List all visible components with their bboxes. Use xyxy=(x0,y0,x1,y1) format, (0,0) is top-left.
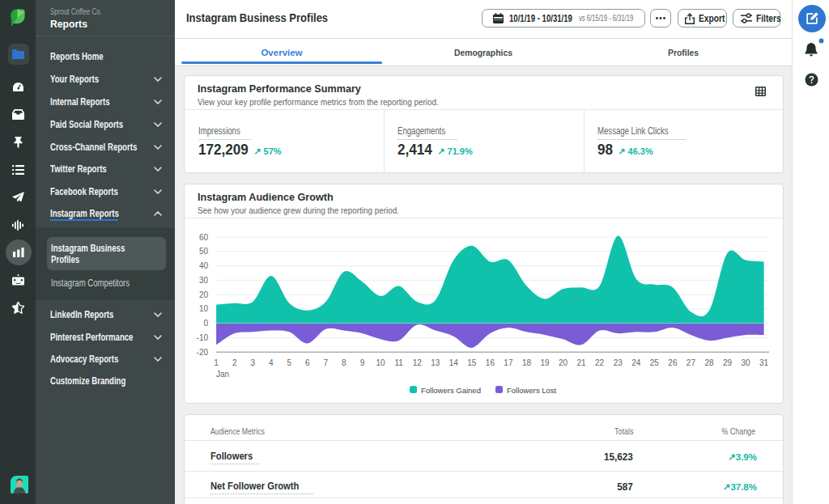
svg-text:22: 22 xyxy=(595,358,605,367)
svg-text:28: 28 xyxy=(704,358,714,367)
svg-text:6: 6 xyxy=(305,358,310,367)
svg-text:Followers Lost: Followers Lost xyxy=(507,386,557,395)
svg-text:13: 13 xyxy=(431,358,440,367)
svg-text:14: 14 xyxy=(449,358,459,367)
svg-text:40: 40 xyxy=(199,261,209,270)
svg-text:16: 16 xyxy=(486,358,495,367)
svg-text:29: 29 xyxy=(723,358,733,367)
svg-text:7: 7 xyxy=(324,358,329,367)
svg-text:12: 12 xyxy=(413,358,423,367)
svg-text:4: 4 xyxy=(269,358,274,367)
svg-text:0: 0 xyxy=(203,319,208,328)
svg-text:Followers Gained: Followers Gained xyxy=(421,386,481,395)
svg-text:1: 1 xyxy=(214,358,219,367)
svg-text:31: 31 xyxy=(759,358,769,367)
svg-text:19: 19 xyxy=(540,358,550,367)
svg-text:11: 11 xyxy=(394,358,403,367)
svg-text:2: 2 xyxy=(232,358,237,367)
svg-text:24: 24 xyxy=(631,358,641,367)
svg-text:20: 20 xyxy=(199,290,209,299)
svg-text:30: 30 xyxy=(199,276,209,285)
svg-text:-20: -20 xyxy=(197,348,209,357)
svg-text:30: 30 xyxy=(742,358,751,367)
svg-text:27: 27 xyxy=(687,358,696,367)
svg-text:60: 60 xyxy=(199,233,209,242)
svg-text:26: 26 xyxy=(668,358,678,367)
svg-text:8: 8 xyxy=(342,358,346,367)
svg-text:Jan: Jan xyxy=(216,370,229,379)
svg-text:17: 17 xyxy=(504,358,513,367)
svg-text:25: 25 xyxy=(650,358,660,367)
svg-text:-10: -10 xyxy=(197,333,209,342)
svg-text:15: 15 xyxy=(467,358,477,367)
svg-text:18: 18 xyxy=(522,358,532,367)
svg-text:9: 9 xyxy=(360,358,365,367)
svg-text:23: 23 xyxy=(614,358,623,367)
svg-text:21: 21 xyxy=(577,358,587,367)
svg-text:20: 20 xyxy=(559,358,568,367)
svg-text:3: 3 xyxy=(250,358,255,367)
svg-text:10: 10 xyxy=(199,304,209,313)
svg-text:50: 50 xyxy=(199,247,209,256)
svg-text:5: 5 xyxy=(287,358,292,367)
svg-text:10: 10 xyxy=(376,358,386,367)
